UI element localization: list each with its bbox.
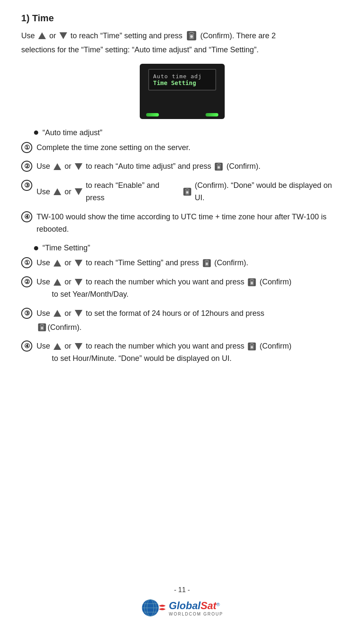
auto-step2-or: or xyxy=(62,160,73,173)
time-step4-text3: (Confirm) xyxy=(260,340,291,352)
step-num-4: ④ xyxy=(21,211,32,222)
intro-text2: to reach “Time” setting and press xyxy=(71,30,182,42)
bullet-label-2: “Time Setting” xyxy=(42,244,90,253)
time-step-1: ① Use or to reach “Time Setting” and pre… xyxy=(21,257,343,269)
bullet-item-2: “Time Setting” xyxy=(34,244,343,253)
bullet-dot-2 xyxy=(34,246,38,250)
time-step3-confirm-label: (Confirm). xyxy=(48,321,82,334)
time-step3-use: Use xyxy=(37,307,50,320)
logo-worldcom: WORLDCOM GROUP xyxy=(169,612,223,616)
time-step4-inline: Use or to reach the number which you wan… xyxy=(37,340,291,352)
logo-reg: ® xyxy=(217,602,220,607)
step-content-3: Use or to reach “Enable” and press (Conf… xyxy=(37,179,343,204)
time-step4-row1: Use or to reach the number which you wan… xyxy=(37,340,343,352)
svg-point-17 xyxy=(41,327,43,329)
time-step-3: ③ Use or to set the format of 24 hours o… xyxy=(21,307,343,334)
auto-step-1: ① Complete the time zone setting on the … xyxy=(21,142,343,154)
logo-global: Global xyxy=(169,600,201,611)
time-step1-or: or xyxy=(62,257,73,269)
time-step2-or: or xyxy=(62,276,73,288)
intro-line2: selections for the “Time” setting: “Auto… xyxy=(21,44,343,56)
time-step-2: ② Use or to reach the number which you w… xyxy=(21,276,343,301)
step-content-4: TW-100 would show the time according to … xyxy=(37,211,343,235)
time-step-num-1: ① xyxy=(21,257,32,268)
bullet-item-1: “Auto time adjust” xyxy=(34,128,343,137)
auto-step3-text3: (Confirm). “Done” would be displayed on … xyxy=(195,179,343,204)
svg-point-14 xyxy=(251,282,253,284)
time-step2-row1: Use or to reach the number which you wan… xyxy=(37,276,343,288)
time-step-num-2: ② xyxy=(21,276,32,287)
down-arrow-icon xyxy=(75,188,82,195)
footer: - 11 - GlobalSat® WORLDCOM GROUP xyxy=(0,586,364,618)
down-arrow-icon xyxy=(75,260,82,267)
auto-step3-use: Use xyxy=(37,186,50,198)
time-step-content-4: Use or to reach the number which you wan… xyxy=(37,340,343,365)
time-step2-text2: to reach the number which you want and p… xyxy=(86,276,244,288)
time-step2-inline: Use or to reach the number which you wan… xyxy=(37,276,291,288)
intro-text3: (Confirm). There are 2 xyxy=(200,30,276,42)
time-step1-inline: Use or to reach “Time Setting” and press… xyxy=(37,257,248,269)
bullet-time-setting: “Time Setting” xyxy=(34,244,343,253)
time-step-num-3: ③ xyxy=(21,308,32,319)
bullet-dot-1 xyxy=(34,131,38,135)
auto-step3-or: or xyxy=(62,186,73,198)
down-arrow-icon xyxy=(75,163,82,170)
confirm-icon xyxy=(247,342,257,351)
svg-point-5 xyxy=(218,166,220,168)
up-arrow-icon xyxy=(54,260,61,267)
auto-step3-inline: Use or to reach “Enable” and press (Conf… xyxy=(37,179,343,204)
time-step2-text3: (Confirm) xyxy=(260,276,291,288)
up-arrow-icon xyxy=(54,279,61,286)
time-step4-line2: to set Hour/Minute. “Done” would be disp… xyxy=(52,352,343,365)
step-num-2: ② xyxy=(21,161,32,172)
device-led-right xyxy=(206,113,218,116)
up-arrow-icon xyxy=(54,163,61,170)
time-step3-text2: to set the format of 24 hours or of 12ho… xyxy=(86,307,264,320)
bullet-label-1: “Auto time adjust” xyxy=(42,128,102,137)
logo-brand: GlobalSat® xyxy=(169,600,223,612)
down-arrow-icon xyxy=(75,310,82,317)
device-bottom xyxy=(140,113,225,116)
time-step-content-2: Use or to reach the number which you wan… xyxy=(37,276,343,301)
time-step2-line2: to set Year/Month/Day. xyxy=(52,288,343,301)
time-step3-inline: Use or to set the format of 24 hours or … xyxy=(37,307,264,320)
time-step-num-4: ④ xyxy=(21,340,32,352)
globalsat-logo-icon xyxy=(141,597,166,618)
time-step-4: ④ Use or to reach the number which you w… xyxy=(21,340,343,365)
intro-use-label: Use xyxy=(21,30,35,42)
page-number: - 11 - xyxy=(174,586,190,594)
auto-step2-text3: (Confirm). xyxy=(226,160,260,173)
time-step3-line2: (Confirm). xyxy=(37,321,343,334)
svg-point-11 xyxy=(206,263,208,265)
up-arrow-icon xyxy=(54,188,61,195)
auto-step3-text2: to reach “Enable” and press xyxy=(86,179,180,204)
auto-step1-text: Complete the time zone setting on the se… xyxy=(37,143,190,152)
auto-step2-use: Use xyxy=(37,160,50,173)
logo-area: GlobalSat® WORLDCOM GROUP xyxy=(141,597,223,618)
confirm-icon xyxy=(37,323,47,332)
intro-or-label: or xyxy=(47,30,58,42)
time-step4-or: or xyxy=(62,340,73,352)
svg-point-20 xyxy=(251,346,253,348)
down-arrow-icon xyxy=(59,32,67,39)
confirm-icon xyxy=(214,162,223,171)
confirm-icon xyxy=(186,30,197,41)
step-content-1: Complete the time zone setting on the se… xyxy=(37,142,343,154)
auto-step-4: ④ TW-100 would show the time according t… xyxy=(21,211,343,235)
screen-row1: Auto time adj xyxy=(153,73,211,79)
auto-step-2: ② Use or to reach “Auto time adjust” and… xyxy=(21,160,343,173)
step-num-1: ① xyxy=(21,142,32,153)
time-step3-or: or xyxy=(62,307,73,320)
down-arrow-icon xyxy=(75,343,82,350)
logo-sat: Sat xyxy=(200,600,216,611)
confirm-icon xyxy=(183,187,192,196)
page-title: 1) Time xyxy=(21,13,343,24)
time-step4-text2: to reach the number which you want and p… xyxy=(86,340,244,352)
time-step-content-1: Use or to reach “Time Setting” and press… xyxy=(37,257,343,269)
intro-paragraph: Use or to reach “Time” setting and press… xyxy=(21,30,343,42)
auto-step2-inline: Use or to reach “Auto time adjust” and p… xyxy=(37,160,260,173)
bullet-auto-time: “Auto time adjust” xyxy=(34,128,343,137)
step-num-3: ③ xyxy=(21,180,32,191)
time-step-content-3: Use or to set the format of 24 hours or … xyxy=(37,307,343,334)
step-content-2: Use or to reach “Auto time adjust” and p… xyxy=(37,160,343,173)
